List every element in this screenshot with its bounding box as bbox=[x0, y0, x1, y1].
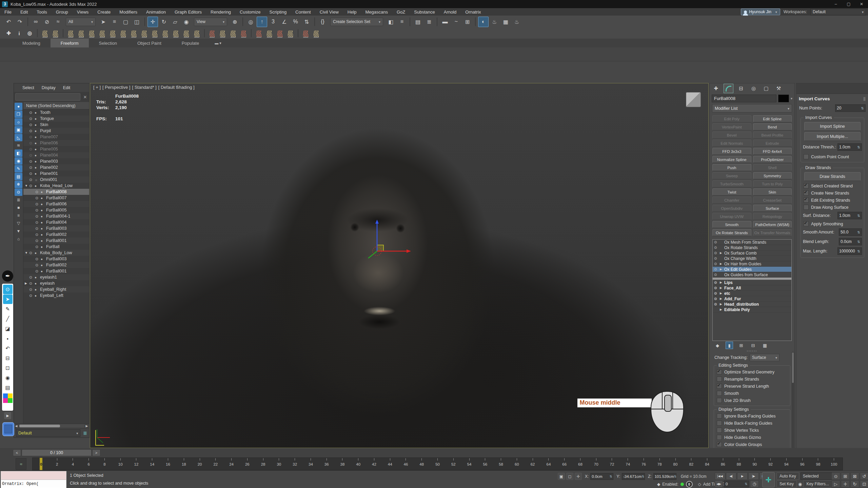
expand-icon[interactable] bbox=[720, 281, 724, 284]
checkbox-option[interactable]: Ignore Back-Facing Guides bbox=[715, 412, 789, 420]
checkbox[interactable] bbox=[717, 391, 722, 396]
checkbox-option[interactable]: Color Guide Groups bbox=[715, 441, 789, 448]
timeline-tick[interactable]: 72 bbox=[604, 458, 620, 470]
timeline-tick[interactable]: 18 bbox=[176, 458, 192, 470]
surface-distance-spinner[interactable]: 1.0cm bbox=[837, 212, 862, 219]
menu-item[interactable]: Customize bbox=[235, 8, 265, 16]
visibility-eye-icon[interactable] bbox=[35, 263, 41, 267]
visibility-eye-icon[interactable] bbox=[35, 190, 41, 194]
scroll-right-icon[interactable]: ▶ bbox=[84, 424, 89, 428]
timeline-tick[interactable]: 4 bbox=[65, 458, 81, 470]
scroll-left-icon[interactable]: ◀ bbox=[14, 424, 19, 428]
modifier-stack-row[interactable]: etc bbox=[713, 291, 791, 296]
undo-icon[interactable]: ↶ bbox=[3, 17, 14, 27]
expand-icon[interactable] bbox=[720, 292, 724, 295]
checkbox[interactable] bbox=[717, 398, 722, 403]
timeline-tick[interactable]: 92 bbox=[763, 458, 778, 470]
scrollbar-thumb[interactable] bbox=[19, 425, 60, 427]
remove-modifier-icon[interactable]: ⊟ bbox=[749, 342, 757, 349]
menu-item[interactable]: Graph Editors bbox=[170, 8, 206, 16]
scene-tree-item[interactable]: Plane001 bbox=[23, 170, 89, 177]
checkbox[interactable] bbox=[717, 377, 722, 382]
epicpen-clipboard-icon[interactable]: ▤ bbox=[3, 383, 13, 392]
time-configuration-icon[interactable]: ◷ bbox=[750, 480, 759, 488]
timeline-tick[interactable]: 80 bbox=[668, 458, 684, 470]
hair-tool-icon[interactable] bbox=[298, 29, 298, 37]
modifier-button[interactable]: Turn to Poly bbox=[753, 180, 792, 187]
max-length-spinner[interactable]: 1000000 bbox=[837, 247, 862, 255]
checkbox[interactable] bbox=[804, 221, 809, 226]
orbit-subobject-icon[interactable]: ↻ bbox=[850, 480, 859, 488]
scene-tree-item[interactable]: Plane006 bbox=[23, 140, 89, 146]
timeline-tick[interactable]: 6 bbox=[81, 458, 97, 470]
time-slider-bar[interactable]: 0 / 100 bbox=[22, 449, 92, 456]
timeline-tick[interactable]: 82 bbox=[683, 458, 699, 470]
filter-spacewarps-icon[interactable]: ≋ bbox=[15, 142, 22, 149]
panel-scrollbar[interactable] bbox=[792, 352, 794, 450]
filter-geometry-icon[interactable]: ● bbox=[15, 103, 22, 110]
ox-strand-gravity-icon[interactable] bbox=[171, 29, 180, 38]
listener-pane[interactable]: Ornatrix: Open( bbox=[1, 480, 66, 488]
user-account-button[interactable]: Hyunsuk Jin bbox=[741, 8, 780, 15]
visibility-eye-icon[interactable] bbox=[35, 257, 41, 261]
display-hidden-icon[interactable]: ⊙ bbox=[15, 188, 22, 196]
timeline-tick[interactable]: 62 bbox=[525, 458, 541, 470]
scene-tree-item[interactable]: FurBall007 bbox=[23, 195, 89, 201]
modifier-button[interactable]: Smooth bbox=[712, 221, 751, 228]
ribbon-tab[interactable]: Modeling bbox=[12, 39, 51, 47]
visibility-eye-icon[interactable] bbox=[29, 275, 35, 280]
render-production-icon[interactable]: ♨ bbox=[512, 17, 522, 27]
scene-explorer-menu-item[interactable]: Select bbox=[19, 85, 38, 90]
modifier-button[interactable]: TurboSmooth bbox=[712, 180, 751, 187]
scene-tree-item[interactable]: Eyeball_Right bbox=[23, 286, 89, 292]
checkbox[interactable] bbox=[717, 413, 722, 419]
scene-explorer-menu-item[interactable]: Edit bbox=[59, 85, 74, 90]
object-color-swatch[interactable] bbox=[778, 95, 789, 102]
modify-tab-icon[interactable] bbox=[724, 84, 733, 93]
checkbox-option[interactable]: Hide Guides Gizmo bbox=[715, 434, 789, 441]
play-button[interactable]: ▶ bbox=[737, 472, 748, 480]
modifier-button[interactable]: OpenSubdiv bbox=[712, 205, 751, 212]
timeline-tick[interactable]: 56 bbox=[477, 458, 493, 470]
selection-set-combo[interactable]: Create Selection Set bbox=[330, 18, 383, 26]
menu-item[interactable]: Tools bbox=[32, 8, 51, 16]
selection-lock-icon[interactable]: ◻ bbox=[566, 473, 573, 480]
drag-grip-icon[interactable]: ⣿ bbox=[863, 97, 866, 101]
make-unique-icon[interactable]: ⊞ bbox=[737, 342, 745, 349]
layer-explorer-toggle-icon[interactable]: ≣ bbox=[424, 17, 434, 27]
modifier-button[interactable]: CreaseSet bbox=[753, 197, 792, 204]
ribbon-tab[interactable]: Populate bbox=[172, 39, 209, 47]
scene-tree-item[interactable]: Skin bbox=[23, 122, 89, 128]
scene-tree-item[interactable]: FurBall001 bbox=[23, 238, 89, 244]
default-tangent-icon[interactable]: ◉ bbox=[798, 482, 802, 487]
angle-snap-icon[interactable]: ∠ bbox=[279, 17, 290, 27]
visibility-eye-icon[interactable] bbox=[29, 123, 35, 127]
timeline-tick[interactable]: 70 bbox=[588, 458, 604, 470]
scene-tree-item[interactable]: FurBall004-1 bbox=[23, 213, 89, 219]
ox-strand-group-icon[interactable] bbox=[286, 29, 295, 38]
palette-color[interactable] bbox=[8, 393, 13, 398]
previous-frame-nudge[interactable]: < bbox=[13, 449, 21, 456]
visibility-eye-icon[interactable] bbox=[29, 135, 35, 139]
toolbar-icon[interactable] bbox=[410, 17, 410, 26]
align-icon[interactable]: ≡ bbox=[397, 17, 407, 27]
select-and-manipulate-icon[interactable]: ◎ bbox=[245, 17, 256, 27]
hair-tool-icon[interactable] bbox=[204, 29, 205, 37]
hair-tool-icon[interactable] bbox=[37, 29, 38, 37]
spinner-snap-icon[interactable]: ⇅ bbox=[301, 17, 312, 27]
scene-tree-item[interactable]: Koba_Body_Low bbox=[23, 250, 89, 256]
toolbar-icon[interactable] bbox=[314, 17, 315, 26]
expand-icon[interactable] bbox=[720, 286, 724, 289]
named-selection-sets-icon[interactable]: {} bbox=[317, 17, 328, 27]
menu-item[interactable]: File bbox=[0, 8, 16, 16]
visibility-eye-icon[interactable] bbox=[29, 159, 35, 164]
filter-lights-icon[interactable]: ☼ bbox=[15, 118, 22, 126]
modifier-stack-row[interactable]: Face_All bbox=[713, 285, 791, 291]
ox-braid-icon[interactable] bbox=[275, 29, 284, 38]
modifier-visibility-icon[interactable] bbox=[714, 273, 720, 277]
timeline-tick[interactable]: 94 bbox=[778, 458, 794, 470]
modifier-button[interactable]: PathDeform (WSM) bbox=[753, 221, 792, 228]
select-and-place-icon[interactable]: ◉ bbox=[181, 17, 192, 27]
timeline-tick[interactable]: 88 bbox=[731, 458, 747, 470]
visibility-eye-icon[interactable] bbox=[29, 281, 35, 286]
